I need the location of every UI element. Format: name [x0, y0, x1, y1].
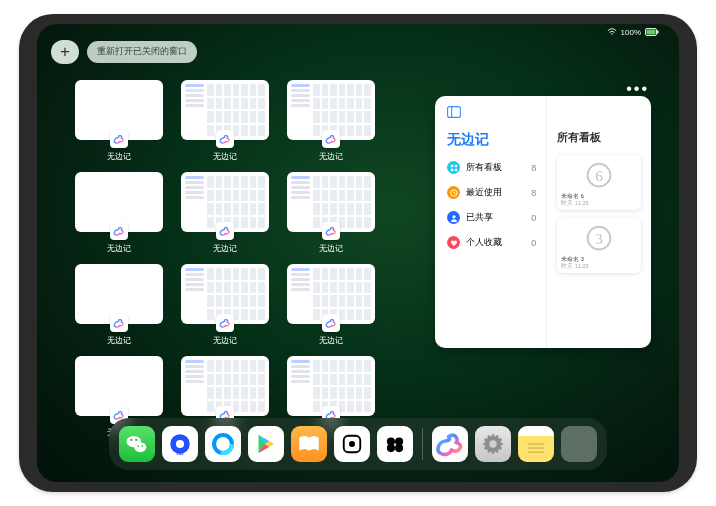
svg-text:6: 6: [595, 167, 603, 184]
window-thumbnail[interactable]: 无边记: [179, 172, 271, 254]
svg-point-20: [141, 445, 143, 447]
freeform-icon: [216, 222, 234, 240]
thumbnail-label: 无边记: [319, 243, 343, 254]
window-thumbnail[interactable]: 无边记: [285, 172, 377, 254]
sidebar-row-label: 所有看板: [466, 161, 502, 174]
sidebar-row[interactable]: 个人收藏0: [447, 236, 536, 249]
clock-icon: [447, 186, 460, 199]
reopen-label: 重新打开已关闭的窗口: [97, 46, 187, 58]
svg-point-27: [349, 441, 355, 447]
battery-icon: [645, 28, 659, 38]
wechat-icon[interactable]: [119, 426, 155, 462]
settings-icon[interactable]: [475, 426, 511, 462]
grid-icon: [447, 161, 460, 174]
freeform-icon: [322, 222, 340, 240]
window-thumbnail[interactable]: 无边记: [73, 264, 165, 346]
play-store-icon[interactable]: [248, 426, 284, 462]
svg-rect-5: [450, 164, 452, 166]
board-thumbnail[interactable]: 6未命名 6昨天 11:25: [557, 155, 641, 210]
board-time: 昨天 11:25: [561, 200, 637, 207]
svg-rect-8: [454, 168, 456, 170]
thumbnail-card: [75, 356, 163, 416]
svg-point-17: [135, 439, 137, 441]
dock: HD: [109, 418, 607, 470]
all-boards-title: 所有看板: [557, 130, 641, 145]
person-icon: [447, 211, 460, 224]
thumbnail-label: 无边记: [107, 335, 131, 346]
thumbnail-label: 无边记: [319, 151, 343, 162]
thumbnail-card: [75, 172, 163, 232]
recent-apps-icon[interactable]: [561, 426, 597, 462]
board-name: 未命名 6: [561, 193, 637, 200]
add-window-button[interactable]: +: [51, 40, 79, 64]
board-thumbnail[interactable]: 3未命名 3昨天 11:25: [557, 218, 641, 273]
sidebar-row[interactable]: 已共享0: [447, 211, 536, 224]
freeform-app-title: 无边记: [447, 131, 536, 149]
svg-line-41: [485, 439, 487, 440]
freeform-icon: [216, 130, 234, 148]
status-bar: 100%: [607, 28, 659, 38]
sidebar-toggle-icon: [447, 106, 536, 121]
ipad-frame: 100% + 重新打开已关闭的窗口 无边记无边记无边记无边记无边记无边记无边记无…: [19, 14, 697, 492]
q-browser-icon[interactable]: [205, 426, 241, 462]
sidebar-row[interactable]: 最近使用8: [447, 186, 536, 199]
svg-line-35: [499, 448, 501, 449]
sidebar-row[interactable]: 所有看板8: [447, 161, 536, 174]
sidebar-row-count: 0: [531, 213, 536, 223]
notes-icon[interactable]: [518, 426, 554, 462]
window-thumbnail[interactable]: 无边记: [285, 264, 377, 346]
thumbnail-label: 无边记: [107, 243, 131, 254]
wifi-icon: [607, 28, 617, 38]
svg-point-22: [176, 440, 184, 448]
freeform-boards-column: 所有看板 6未命名 6昨天 11:253未命名 3昨天 11:25: [547, 96, 651, 348]
svg-line-36: [497, 450, 498, 452]
svg-line-45: [499, 439, 501, 440]
thumbnail-label: 无边记: [107, 151, 131, 162]
sidebar-row-label: 已共享: [466, 211, 493, 224]
svg-point-19: [137, 445, 139, 447]
sketch-icon: 6: [580, 159, 618, 193]
reopen-closed-window-button[interactable]: 重新打开已关闭的窗口: [87, 41, 197, 63]
window-thumbnail[interactable]: 无边记: [179, 80, 271, 162]
svg-point-31: [395, 444, 403, 452]
svg-point-30: [387, 444, 395, 452]
svg-line-39: [485, 448, 487, 449]
thumbnail-label: 无边记: [319, 335, 343, 346]
board-time: 昨天 11:25: [561, 263, 637, 270]
svg-line-42: [488, 436, 489, 438]
ipad-screen: 100% + 重新打开已关闭的窗口 无边记无边记无边记无边记无边记无边记无边记无…: [37, 24, 679, 482]
books-icon[interactable]: [291, 426, 327, 462]
dice-icon[interactable]: [334, 426, 370, 462]
svg-line-38: [488, 450, 489, 452]
window-thumbnail[interactable]: 无边记: [73, 80, 165, 162]
window-thumbnail-grid: 无边记无边记无边记无边记无边记无边记无边记无边记无边记无边记无边记无边记: [73, 80, 377, 438]
board-name: 未命名 3: [561, 256, 637, 263]
controller-icon[interactable]: [377, 426, 413, 462]
svg-text:HD: HD: [176, 451, 184, 456]
browser-icon[interactable]: HD: [162, 426, 198, 462]
svg-point-10: [452, 215, 455, 218]
svg-line-44: [497, 436, 498, 438]
sidebar-row-label: 个人收藏: [466, 236, 502, 249]
svg-point-33: [489, 440, 496, 447]
window-thumbnail[interactable]: 无边记: [285, 80, 377, 162]
window-thumbnail[interactable]: 无边记: [179, 264, 271, 346]
thumbnail-label: 无边记: [213, 335, 237, 346]
dock-divider: [422, 428, 423, 460]
svg-rect-1: [647, 30, 656, 35]
svg-point-16: [130, 439, 132, 441]
sketch-icon: 3: [580, 222, 618, 256]
thumbnail-card: [75, 80, 163, 140]
sidebar-row-count: 8: [531, 163, 536, 173]
freeform-icon[interactable]: [432, 426, 468, 462]
thumbnail-card: [75, 264, 163, 324]
svg-rect-3: [448, 107, 461, 118]
thumbnail-label: 无边记: [213, 243, 237, 254]
thumbnail-label: 无边记: [213, 151, 237, 162]
sidebar-row-label: 最近使用: [466, 186, 502, 199]
sidebar-row-count: 0: [531, 238, 536, 248]
top-controls: + 重新打开已关闭的窗口: [51, 40, 197, 64]
svg-text:3: 3: [595, 230, 603, 247]
window-thumbnail[interactable]: 无边记: [73, 172, 165, 254]
freeform-sidebar-thumbnail[interactable]: ••• 无边记 所有看板8最近使用8已共享0个人收藏0 所有看板 6未命名 6昨…: [435, 96, 651, 348]
